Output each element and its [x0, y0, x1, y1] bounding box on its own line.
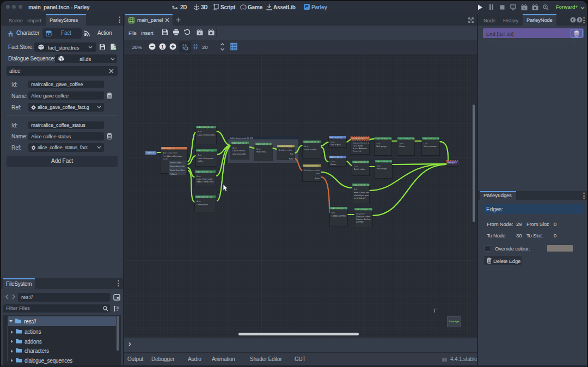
svg-text:DIALOGUE [ID: 11]: DIALOGUE [ID: 11]	[197, 150, 213, 152]
svg-text:Cast:: Cast:	[376, 143, 381, 145]
svg-text:Wow, Great.: Wow, Great.	[256, 151, 267, 153]
svg-text:You're welcome.: You're welcome.	[424, 145, 437, 148]
svg-text:Keep it: Keep it	[330, 163, 336, 166]
svg-text:Cast:: Cast:	[354, 166, 358, 168]
svg-text:1: 1	[161, 44, 164, 50]
svg-text:Cheers.: Cheers.	[399, 145, 406, 148]
svg-text:True: True	[290, 153, 293, 155]
svg-text:Well, you go.: Well, you go.	[376, 145, 387, 148]
svg-text:Cast:: Cast:	[424, 143, 428, 145]
svg-text:DIALOGUE [ID: 3]: DIALOGUE [ID: 3]	[232, 142, 247, 144]
svg-text:DIALOGUE [ID: 13]: DIALOGUE [ID: 13]	[196, 196, 212, 198]
svg-text:Fallback: Fallback	[170, 173, 177, 175]
svg-text:Wants More Coffe: Wants More Coffe	[170, 166, 185, 168]
svg-text:END [ID:: END [ID:	[448, 162, 455, 164]
svg-text:DIALOGUE [ID: 17]: DIALOGUE [ID: 17]	[376, 138, 391, 140]
svg-text:Forgetten?: Forgetten?	[356, 213, 365, 215]
svg-text:DIALOGUE [ID: 9]: DIALOGUE [ID: 9]	[376, 161, 391, 163]
svg-text:DIALOGUE [ID: 10]: DIALOGUE [ID: 10]	[197, 126, 213, 129]
svg-text:Request (the.C.u: 1..: Request (the.C.u: 1..	[353, 142, 370, 144]
svg-text:MATCH [ID: 2]: MATCH [ID: 2]	[162, 148, 174, 150]
svg-text:START [ID: 1]: START [ID: 1]	[146, 152, 157, 154]
svg-text:Coffee banter area [ID: 23]: Coffee banter area [ID: 23]	[230, 137, 253, 139]
svg-text:I'll get you coffee.: I'll get you coffee.	[356, 216, 370, 218]
svg-text:coffee.: coffee.	[198, 160, 203, 162]
svg-text:Actor: Actor	[304, 145, 309, 148]
svg-text:DIALOGUE [ID: 4]: DIALOGUE [ID: 4]	[256, 143, 271, 145]
svg-text:DIALOGUE [ID: 15]: DIALOGUE [ID: 15]	[353, 184, 369, 186]
svg-text:DIALOGUE [ID: 21]: DIALOGUE [ID: 21]	[331, 207, 347, 210]
svg-text:Cases:: Cases:	[163, 158, 169, 160]
svg-text:Needs Even More: Needs Even More	[170, 169, 185, 172]
svg-text:Case:: Case:	[330, 161, 335, 163]
svg-text:Sure: Sure	[377, 165, 381, 167]
svg-text:Return: #t: Return: #t	[353, 150, 361, 152]
svg-text:what did you want: what did you want	[354, 194, 369, 197]
svg-text:Fair enough.: Fair enough.	[377, 168, 387, 170]
svg-text:Then: Then	[399, 143, 403, 145]
svg-text:Bob: Bob	[332, 212, 335, 214]
svg-text:Coffee please.: Coffee please.	[197, 204, 209, 206]
svg-text:Look, it I very need: Look, it I very need	[198, 157, 213, 160]
svg-text:Actor: Actor	[197, 200, 201, 203]
svg-text:CONDITION [ID]: CONDITION [ID]	[278, 145, 292, 148]
svg-text:MATCH [ID: 6]: MATCH [ID: 6]	[330, 137, 342, 139]
svg-text:And I gave a coffee: And I gave a coffee	[304, 169, 320, 172]
svg-text:DIALOGUE [ID: 12]: DIALOGUE [ID: 12]	[196, 171, 212, 173]
svg-text:Actor: Actor	[198, 154, 203, 156]
svg-text:DIALOGUE [ID: 8]: DIALOGUE [ID: 8]	[353, 161, 369, 163]
svg-text:Look, it I very really: Look, it I very really	[197, 178, 213, 180]
svg-text:MATCH [ID: 7]: MATCH [ID: 7]	[330, 156, 342, 158]
svg-text:DIALOGUE [ID: 19]: DIALOGUE [ID: 19]	[423, 138, 439, 140]
svg-text:REALLY need coffee.: REALLY need coffee.	[197, 181, 214, 183]
svg-text:Type: Script: Type: Script	[353, 145, 363, 147]
svg-text:Actor: Actor	[256, 148, 261, 150]
svg-text:what just wealth.: what just wealth.	[232, 153, 246, 155]
svg-text:Look it I need a: Look it I need a	[232, 150, 245, 152]
svg-text:Bob: Bob	[354, 188, 357, 191]
svg-text:And Actor coffee: And Actor coffee	[279, 149, 292, 151]
svg-text:Actor: Actor	[198, 131, 203, 133]
svg-text:Hmm. Coffee, now.: Hmm. Coffee, now.	[354, 192, 370, 194]
svg-text:Wants Coffee: Wants Coffee	[170, 162, 181, 164]
svg-text:I NEED COFFEE: I NEED COFFEE	[332, 215, 346, 217]
svg-text:False: False	[289, 158, 293, 160]
svg-text:Actor: Actor	[197, 175, 201, 178]
svg-text:DIALOGUE [ID: 18]: DIALOGUE [ID: 18]	[399, 138, 414, 140]
svg-text:True: True	[316, 173, 320, 175]
svg-text:DIALOGUE [ID: 5]: DIALOGUE [ID: 5]	[304, 141, 319, 143]
svg-text:Fact: Alice coffee status: Fact: Alice coffee status	[163, 155, 182, 157]
svg-text:Give to Alice: Give to Alice	[330, 144, 341, 146]
svg-text:DIALOGUE [ID: 22]: DIALOGUE [ID: 22]	[356, 209, 371, 211]
svg-text:COFFEE: COFFEE	[356, 221, 364, 223]
svg-text:I have a coffee.: I have a coffee.	[304, 149, 317, 151]
svg-text:False: False	[315, 178, 320, 180]
svg-text:Action: Advance t...: Action: Advance t...	[353, 148, 369, 150]
svg-text:Actor: Actor	[232, 147, 237, 149]
svg-text:And I coffee show: And I coffee show	[163, 152, 177, 154]
svg-text:CONDITION [ID]: CONDITION [ID]	[304, 165, 317, 167]
svg-text:me to look at?: me to look at?	[354, 197, 365, 199]
svg-text:Promise. But first,: Promise. But first,	[356, 218, 371, 221]
svg-text:CODE [ID: 16]: CODE [ID: 16]	[352, 138, 364, 140]
svg-text:But it's coffee.: But it's coffee.	[354, 168, 365, 170]
svg-text:Case:: Case:	[330, 141, 335, 143]
svg-text:Look, it I need coffee.: Look, it I need coffee.	[198, 134, 215, 136]
